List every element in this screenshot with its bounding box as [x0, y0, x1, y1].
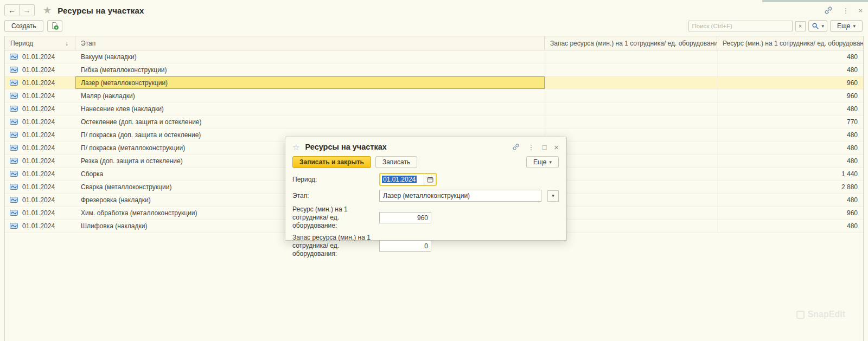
list-toolbar: Создать × ▾ Еще ▾ [4, 20, 863, 33]
save-and-close-button[interactable]: Записать и закрыть [292, 156, 371, 168]
resource-value: 480 [847, 144, 858, 152]
period-value: 01.01.2024 [22, 118, 55, 126]
period-cell: 01.01.2024 [5, 207, 75, 219]
table-row[interactable]: 01.01.2024 Вакуум (накладки) 480 [5, 50, 863, 63]
stage-value: Нанесение клея (накладки) [81, 105, 164, 113]
resource-cell: 1 440 [717, 168, 863, 180]
column-header-stage[interactable]: Этап [75, 36, 545, 50]
resource-cell: 480 [717, 155, 863, 167]
record-icon [10, 158, 18, 164]
back-arrow-icon: ← [8, 6, 16, 15]
dialog-title: Ресурсы на участках [305, 143, 386, 151]
dialog-close-icon[interactable]: × [554, 143, 559, 151]
copy-document-icon [50, 22, 59, 30]
period-value: 01.01.2024 [22, 209, 55, 217]
resource-value: 770 [847, 118, 858, 126]
resource-value: 480 [847, 157, 858, 165]
close-icon[interactable]: × [858, 7, 863, 14]
table-row[interactable]: 01.01.2024 Гибка (металлоконструкции) 48… [5, 63, 863, 76]
link-icon[interactable] [824, 6, 833, 15]
dialog-more-button[interactable]: Еще ▾ [526, 156, 559, 168]
table-row[interactable]: 01.01.2024 Нанесение клея (накладки) 480 [5, 102, 863, 115]
period-value: 01.01.2024 [22, 196, 55, 204]
reserve-cell [545, 181, 717, 193]
period-value: 01.01.2024 [22, 131, 55, 139]
period-cell: 01.01.2024 [5, 220, 75, 232]
reserve-cell [545, 141, 717, 154]
reserve-cell [545, 50, 717, 63]
more-button-label: Еще [837, 22, 850, 30]
stage-input[interactable] [379, 190, 541, 202]
dialog-link-icon[interactable] [512, 143, 520, 151]
window-edge-strip [762, 0, 868, 2]
reserve-cell [545, 115, 717, 128]
edit-record-dialog: ☆ Ресурсы на участках ⋮ □ × Записать и з… [285, 137, 567, 241]
record-icon [10, 223, 18, 229]
period-cell: 01.01.2024 [5, 115, 75, 128]
page-header: ← → ★ Ресурсы на участках ⋮ × [4, 3, 863, 17]
reserve-cell [545, 76, 717, 89]
resource-cell: 960 [717, 207, 863, 219]
favorite-star-icon[interactable]: ★ [43, 5, 52, 15]
dialog-kebab-icon[interactable]: ⋮ [527, 144, 534, 151]
record-icon [10, 184, 18, 190]
period-cell: 01.01.2024 [5, 194, 75, 206]
search-button[interactable]: ▾ [808, 20, 828, 32]
nav-buttons: ← → [4, 4, 35, 16]
table-row[interactable]: 01.01.2024 Остекление (доп. защита и ост… [5, 115, 863, 128]
period-value: 01.01.2024 [22, 79, 55, 87]
column-header-resource[interactable]: Ресурс (мин.) на 1 сотрудника/ ед. обору… [717, 36, 863, 50]
period-cell: 01.01.2024 [5, 168, 75, 180]
stage-value: Хим. обработка (металлоконструкции) [81, 209, 197, 217]
resource-input[interactable] [379, 212, 431, 223]
period-input[interactable]: 01.01.2024 [379, 173, 437, 186]
more-button[interactable]: Еще ▾ [830, 20, 863, 32]
search-clear-button[interactable]: × [795, 21, 806, 31]
period-value: 01.01.2024 [22, 66, 55, 74]
period-value: 01.01.2024 [22, 105, 55, 113]
dialog-maximize-icon[interactable]: □ [542, 144, 546, 151]
resource-value: 480 [847, 196, 858, 204]
save-button[interactable]: Записать [375, 156, 417, 168]
period-cell: 01.01.2024 [5, 50, 75, 63]
record-icon [10, 67, 18, 73]
caret-down-icon: ▾ [822, 24, 825, 29]
resource-value: 480 [847, 66, 858, 74]
stage-cell: Остекление (доп. защита и остекление) [75, 115, 545, 128]
reserve-cell [545, 63, 717, 76]
resource-cell: 960 [717, 76, 863, 89]
record-icon [10, 54, 18, 60]
period-value: 01.01.2024 [22, 170, 55, 178]
resource-cell: 480 [717, 220, 863, 232]
kebab-menu-icon[interactable]: ⋮ [842, 7, 849, 14]
period-value: 01.01.2024 [22, 157, 55, 165]
back-button[interactable]: ← [4, 4, 20, 16]
period-cell: 01.01.2024 [5, 141, 75, 154]
reserve-cell [545, 102, 717, 115]
create-button[interactable]: Создать [4, 20, 43, 32]
resource-cell: 770 [717, 115, 863, 128]
reserve-input[interactable] [379, 240, 431, 252]
stage-value: Остекление (доп. защита и остекление) [81, 118, 202, 126]
stage-field-label: Этап: [292, 192, 379, 200]
calendar-button[interactable] [424, 174, 436, 185]
dialog-title-bar: ☆ Ресурсы на участках ⋮ □ × [285, 137, 566, 153]
resource-value: 960 [847, 209, 858, 217]
table-row[interactable]: 01.01.2024 Лазер (металлоконструкции) 96… [5, 76, 863, 89]
forward-button[interactable]: → [20, 4, 35, 16]
stage-value: Лазер (металлоконструкции) [81, 79, 168, 87]
copy-document-button[interactable] [47, 20, 62, 32]
column-header-period[interactable]: Период ↓ [5, 36, 75, 50]
calendar-icon [427, 176, 433, 183]
resource-value: 480 [847, 53, 858, 61]
column-header-reserve[interactable]: Запас ресурса (мин.) на 1 сотрудника/ ед… [545, 36, 717, 50]
dialog-star-icon[interactable]: ☆ [292, 143, 299, 151]
resource-cell: 2 880 [717, 181, 863, 193]
period-cell: 01.01.2024 [5, 76, 75, 89]
reserve-cell [545, 194, 717, 206]
period-value: 01.01.2024 [22, 144, 55, 152]
stage-dropdown-button[interactable]: ▾ [547, 190, 559, 202]
search-input[interactable] [688, 21, 793, 31]
table-row[interactable]: 01.01.2024 Маляр (накладки) 960 [5, 89, 863, 102]
sort-desc-icon: ↓ [65, 40, 68, 50]
